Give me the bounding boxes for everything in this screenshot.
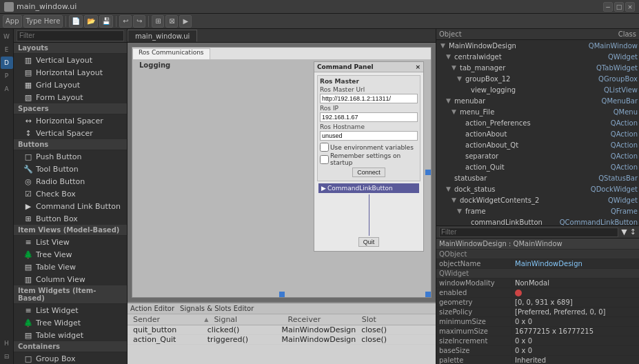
prop-row-max-size[interactable]: maximumSize 16777215 x 16777215 bbox=[436, 327, 639, 336]
prop-row-enabled[interactable]: enabled bbox=[436, 288, 639, 298]
sidebar-item-horizontal-layout[interactable]: ▤ Horizontal Layout bbox=[14, 66, 127, 79]
expand-icon[interactable]: ▼ bbox=[452, 108, 458, 115]
design-icon-btn[interactable]: D bbox=[1, 57, 13, 69]
prop-row-size-increment[interactable]: sizeIncrement 0 x 0 bbox=[436, 336, 639, 346]
sidebar-item-push-button[interactable]: □ Push Button bbox=[14, 150, 127, 163]
sidebar-filter-input[interactable] bbox=[17, 30, 124, 41]
sidebar-item-radio-button[interactable]: ◎ Radio Button bbox=[14, 175, 127, 188]
sidebar-item-list-view[interactable]: ≡ List View bbox=[14, 236, 127, 248]
tree-row-action-prefs[interactable]: action_Preferences QAction bbox=[436, 117, 639, 128]
canvas-cmd-link-btn[interactable]: ▶ CommandLinkButton bbox=[318, 183, 419, 193]
resize-handle-br[interactable] bbox=[425, 292, 431, 297]
prop-row-object-name[interactable]: objectName MainWindowDesign bbox=[436, 259, 639, 269]
expand-icon[interactable]: ▼ bbox=[457, 208, 464, 214]
expand-icon[interactable]: ▼ bbox=[446, 185, 453, 192]
prop-row-size-policy[interactable]: sizePolicy [Preferred, Preferred, 0, 0] bbox=[436, 307, 639, 317]
canvas-tab-ros-comms[interactable]: Ros Communications bbox=[132, 48, 210, 59]
tree-row-dock-contents[interactable]: ▼ dockWidgetContents_2 QWidget bbox=[436, 194, 639, 205]
expand-icon[interactable]: ▼ bbox=[457, 75, 464, 82]
prop-filter-input[interactable] bbox=[439, 228, 618, 237]
prop-row-geometry[interactable]: geometry [0, 0, 931 x 689] bbox=[436, 298, 639, 307]
tree-row-menu-file[interactable]: ▼ menu_File QMenu bbox=[436, 106, 639, 117]
design-area[interactable]: Ros Communications Logging Command Panel… bbox=[128, 43, 436, 364]
tree-row-sep[interactable]: separator QAction bbox=[436, 150, 639, 161]
toolbar-app-btn[interactable]: App bbox=[3, 15, 22, 28]
tree-row-cmd-link[interactable]: commandLinkButton QCommandLinkButton bbox=[436, 216, 639, 225]
sidebar-item-column-view[interactable]: ▥ Column View bbox=[14, 273, 127, 285]
tree-row-action-about[interactable]: actionAbout QAction bbox=[436, 128, 639, 139]
signals-row-1[interactable]: quit_button clicked() MainWindowDesign c… bbox=[128, 325, 436, 335]
maximize-button[interactable]: □ bbox=[614, 2, 624, 12]
toolbar-open-btn[interactable]: 📂 bbox=[84, 15, 98, 28]
sidebar-item-table-widget[interactable]: ▤ Table widget bbox=[14, 329, 127, 341]
sidebar-item-vertical-spacer[interactable]: ↕ Vertical Spacer bbox=[14, 127, 127, 139]
resize-handle-b[interactable] bbox=[279, 292, 285, 297]
action-editor-label[interactable]: Action Editor bbox=[130, 305, 174, 312]
edit-icon-btn[interactable]: E bbox=[1, 43, 13, 56]
prop-row-min-size[interactable]: minimumSize 0 x 0 bbox=[436, 317, 639, 327]
tree-row-mainwindow[interactable]: ▼ MainWindowDesign QMainWindow bbox=[436, 40, 639, 51]
object-tree-view[interactable]: ▼ MainWindowDesign QMainWindow ▼ central… bbox=[436, 40, 639, 225]
ros-ip-input[interactable] bbox=[320, 112, 418, 122]
tab-main-window[interactable]: main_window.ui bbox=[128, 30, 197, 42]
expand-icon[interactable]: ▼ bbox=[446, 97, 453, 104]
toolbar-save-btn[interactable]: 💾 bbox=[99, 15, 113, 28]
tree-row-action-quit[interactable]: action_Quit QAction bbox=[436, 161, 639, 172]
sidebar-item-tool-button[interactable]: 🔧 Tool Button bbox=[14, 163, 127, 175]
expand-icon[interactable]: ▼ bbox=[452, 64, 458, 71]
toolbar-align-right-btn[interactable]: ⊠ bbox=[165, 15, 178, 28]
ros-hostname-input[interactable] bbox=[320, 131, 418, 141]
toolbar-build-btn[interactable]: ▶ bbox=[179, 15, 192, 28]
prop-row-window-modality[interactable]: windowModality NonModal bbox=[436, 279, 639, 288]
canvas-cmd-close[interactable]: × bbox=[415, 63, 420, 70]
projects-icon-btn[interactable]: P bbox=[1, 70, 13, 82]
sidebar-item-vertical-layout[interactable]: ▥ Vertical Layout bbox=[14, 54, 127, 66]
prop-row-base-size[interactable]: baseSize 0 x 0 bbox=[436, 346, 639, 356]
toolbar-redo-btn[interactable]: ↪ bbox=[133, 15, 145, 28]
tree-row-statusbar[interactable]: statusbar QStatusBar bbox=[436, 172, 639, 183]
tree-row-dock-status[interactable]: ▼ dock_status QDockWidget bbox=[436, 183, 639, 194]
signals-slots-label[interactable]: Signals & Slots Editor bbox=[180, 305, 254, 312]
sidebar-item-tree-view[interactable]: 🌲 Tree View bbox=[14, 248, 127, 261]
toolbar-undo-btn[interactable]: ↩ bbox=[119, 15, 132, 28]
window-controls[interactable]: − □ × bbox=[603, 2, 635, 12]
signals-row-2[interactable]: action_Quit triggered() MainWindowDesign… bbox=[128, 335, 436, 345]
welcome-icon-btn[interactable]: W bbox=[1, 30, 13, 43]
analyze-icon-btn[interactable]: A bbox=[1, 83, 13, 95]
sidebar-item-group-box[interactable]: □ Group Box bbox=[14, 352, 127, 364]
tree-row-tab-manager[interactable]: ▼ tab_manager QTabWidget bbox=[436, 62, 639, 73]
bottom-icon-btn[interactable]: ⊟ bbox=[1, 350, 13, 363]
tree-row-menubar[interactable]: ▼ menubar QMenuBar bbox=[436, 95, 639, 106]
tree-row-groupbox12[interactable]: ▼ groupBox_12 QGroupBox bbox=[436, 73, 639, 84]
tree-row-view-logging[interactable]: view_logging QListView bbox=[436, 84, 639, 95]
close-button[interactable]: × bbox=[625, 2, 635, 12]
sidebar-item-button-box[interactable]: ⊞ Button Box bbox=[14, 212, 127, 225]
expand-icon[interactable]: ▼ bbox=[446, 53, 453, 60]
sidebar-item-horizontal-spacer[interactable]: ↔ Horizontal Spacer bbox=[14, 114, 127, 127]
canvas-quit-btn[interactable]: Quit bbox=[358, 237, 380, 247]
sidebar-item-table-view[interactable]: ▤ Table View bbox=[14, 261, 127, 273]
toolbar-new-btn[interactable]: 📄 bbox=[69, 15, 83, 28]
canvas-connect-btn[interactable]: Connect bbox=[352, 168, 385, 177]
prop-row-palette[interactable]: palette Inherited bbox=[436, 356, 639, 364]
tree-row-centralwidget[interactable]: ▼ centralwidget QWidget bbox=[436, 51, 639, 62]
sidebar-item-grid-layout[interactable]: ▦ Grid Layout bbox=[14, 79, 127, 91]
sidebar-item-form-layout[interactable]: ▧ Form Layout bbox=[14, 91, 127, 103]
tree-row-action-about-qt[interactable]: actionAbout_Qt QAction bbox=[436, 139, 639, 150]
toolbar-align-left-btn[interactable]: ⊞ bbox=[152, 15, 164, 28]
env-vars-checkbox[interactable] bbox=[320, 143, 329, 152]
design-canvas[interactable]: Ros Communications Logging Command Panel… bbox=[132, 47, 432, 298]
sidebar-item-tree-widget[interactable]: 🌲 Tree Widget bbox=[14, 316, 127, 329]
sidebar-item-command-link[interactable]: ▶ Command Link Button bbox=[14, 200, 127, 212]
ros-master-url-input[interactable] bbox=[320, 94, 418, 103]
expand-icon[interactable]: ▼ bbox=[452, 196, 458, 203]
expand-icon[interactable]: ▼ bbox=[440, 42, 447, 49]
minimize-button[interactable]: − bbox=[603, 2, 613, 12]
remember-checkbox[interactable] bbox=[320, 155, 329, 164]
help-icon-btn[interactable]: H bbox=[1, 337, 13, 350]
sidebar-item-check-box[interactable]: ☑ Check Box bbox=[14, 188, 127, 200]
sidebar-item-list-widget[interactable]: ≡ List Widget bbox=[14, 304, 127, 316]
resize-handle-r[interactable] bbox=[425, 170, 431, 175]
tree-row-frame[interactable]: ▼ frame QFrame bbox=[436, 205, 639, 216]
toolbar-type-input[interactable]: Type Here bbox=[23, 15, 63, 28]
